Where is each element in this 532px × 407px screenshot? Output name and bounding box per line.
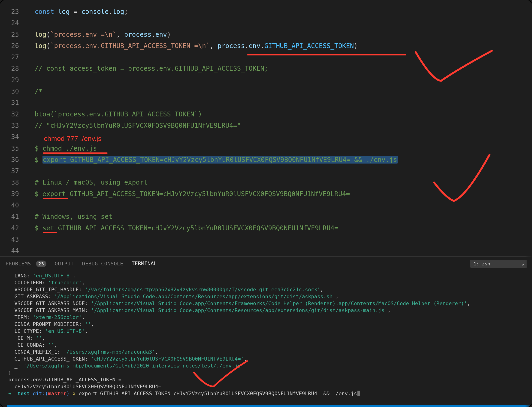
- code-line[interactable]: const log = console.log;: [35, 6, 527, 17]
- code-line[interactable]: $ chmod ./env.js: [35, 143, 527, 154]
- terminal-line: }: [8, 369, 527, 376]
- terminal-line: LC_CTYPE: 'en_US.UTF-8',: [8, 328, 527, 335]
- tab-problems-label: PROBLEMS: [6, 261, 31, 266]
- line-number: 23: [0, 6, 25, 17]
- code-line[interactable]: [35, 165, 527, 177]
- terminal-line: process.env.GITHUB_API_ACCESS_TOKEN =: [8, 376, 527, 383]
- vscode-window: 2324252627282930313233343536373839404142…: [0, 0, 532, 407]
- code-line[interactable]: btoa(`process.env.GITHUB_API_ACCESS_TOKE…: [35, 109, 527, 120]
- terminal-output[interactable]: LANG: 'en_US.UTF-8', COLORTERM: 'truecol…: [0, 271, 532, 407]
- code-line[interactable]: log(`process.env =\n`, process.env): [35, 29, 527, 40]
- terminal-line: _: '/Users/xgqfrms-mbp/Documents/GitHub/…: [8, 362, 527, 369]
- line-number: 26: [0, 40, 25, 52]
- terminal-line: VSCODE_GIT_IPC_HANDLE: '/var/folders/qm/…: [8, 286, 527, 293]
- line-number: 32: [0, 109, 25, 120]
- line-number: 27: [0, 52, 25, 63]
- line-number: 24: [0, 17, 25, 29]
- code-line[interactable]: [35, 245, 527, 256]
- line-number: 29: [0, 74, 25, 86]
- line-number-gutter: 2324252627282930313233343536373839404142…: [0, 6, 25, 256]
- line-number: 38: [0, 177, 25, 188]
- tab-debug-console[interactable]: DEBUG CONSOLE: [81, 259, 124, 268]
- code-editor[interactable]: 2324252627282930313233343536373839404142…: [0, 0, 532, 256]
- terminal-line: _CE_CONDA: '',: [8, 342, 527, 349]
- line-number: 42: [0, 222, 25, 234]
- terminal-line: GITHUB_API_ACCESS_TOKEN: 'cHJvY2Vzcy5lbn…: [8, 355, 527, 362]
- tab-problems[interactable]: PROBLEMS 23: [5, 259, 47, 268]
- terminal-line: CONDA_PREFIX_1: '/Users/xgqfrms-mbp/anac…: [8, 349, 527, 355]
- line-number: 33: [0, 120, 25, 131]
- code-line[interactable]: [35, 97, 527, 108]
- line-number: 39: [0, 188, 25, 200]
- problems-badge: 23: [36, 261, 46, 267]
- tab-terminal[interactable]: TERMINAL: [131, 259, 158, 268]
- terminal-line: LANG: 'en_US.UTF-8',: [8, 272, 527, 279]
- terminal-line: TERM: 'xterm-256color',: [8, 314, 527, 321]
- terminal-line: CONDA_PROMPT_MODIFIER: '',: [8, 321, 527, 328]
- code-line[interactable]: [35, 200, 527, 211]
- right-fade: [525, 0, 532, 407]
- code-line[interactable]: [35, 74, 527, 86]
- code-line[interactable]: /*: [35, 86, 527, 97]
- code-content[interactable]: const log = console.log; log(`process.en…: [35, 6, 527, 256]
- status-bar-strip: [7, 405, 532, 407]
- code-line[interactable]: $ export GITHUB_API_ACCESS_TOKEN=cHJvY2V…: [35, 154, 527, 165]
- code-line[interactable]: [35, 131, 527, 142]
- terminal-line: VSCODE_GIT_ASKPASS_NODE: '/Applications/…: [8, 300, 527, 307]
- bottom-panel: PROBLEMS 23 OUTPUT DEBUG CONSOLE TERMINA…: [0, 256, 532, 407]
- terminal-line: GIT_ASKPASS: '/Applications/Visual Studi…: [8, 293, 527, 300]
- code-line[interactable]: # Windows, using set: [35, 211, 527, 222]
- terminal-selector[interactable]: 1: zsh: [470, 260, 527, 268]
- code-line[interactable]: # Linux / macOS, using export: [35, 177, 527, 188]
- code-line[interactable]: [35, 17, 527, 29]
- line-number: 43: [0, 234, 25, 245]
- line-number: 34: [0, 131, 25, 142]
- line-number: 44: [0, 245, 25, 256]
- line-number: 30: [0, 86, 25, 97]
- tab-output[interactable]: OUTPUT: [54, 259, 75, 268]
- line-number: 25: [0, 29, 25, 40]
- terminal-line: ➜ test git:(master) ✗ export GITHUB_API_…: [8, 390, 527, 397]
- terminal-line: COLORTERM: 'truecolor',: [8, 279, 527, 286]
- line-number: 36: [0, 154, 25, 165]
- line-number: 40: [0, 200, 25, 211]
- terminal-line: cHJvY2Vzcy5lbnYuR0lUSFVCX0FQSV9BQ0NFU1Nf…: [8, 383, 527, 390]
- line-number: 35: [0, 143, 25, 154]
- code-line[interactable]: log(`process.env.GITHUB_API_ACCESS_TOKEN…: [35, 40, 527, 52]
- terminal-line: _CE_M: '',: [8, 335, 527, 342]
- line-number: 28: [0, 63, 25, 74]
- code-line[interactable]: // const access_token = process.env.GITH…: [35, 63, 527, 74]
- code-line[interactable]: $ export GITHUB_API_ACCESS_TOKEN=cHJvY2V…: [35, 188, 527, 200]
- code-line[interactable]: $ set GITHUB_API_ACCESS_TOKEN=cHJvY2Vzcy…: [35, 222, 527, 234]
- line-number: 31: [0, 97, 25, 108]
- line-number: 37: [0, 165, 25, 177]
- terminal-line: VSCODE_GIT_ASKPASS_MAIN: '/Applications/…: [8, 307, 527, 314]
- line-number: 41: [0, 211, 25, 222]
- panel-tabs: PROBLEMS 23 OUTPUT DEBUG CONSOLE TERMINA…: [0, 257, 532, 271]
- code-line[interactable]: // "cHJvY2Vzcy5lbnYuR0lUSFVCX0FQSV9BQ0NF…: [35, 120, 527, 131]
- code-line[interactable]: [35, 52, 527, 63]
- code-line[interactable]: [35, 234, 527, 245]
